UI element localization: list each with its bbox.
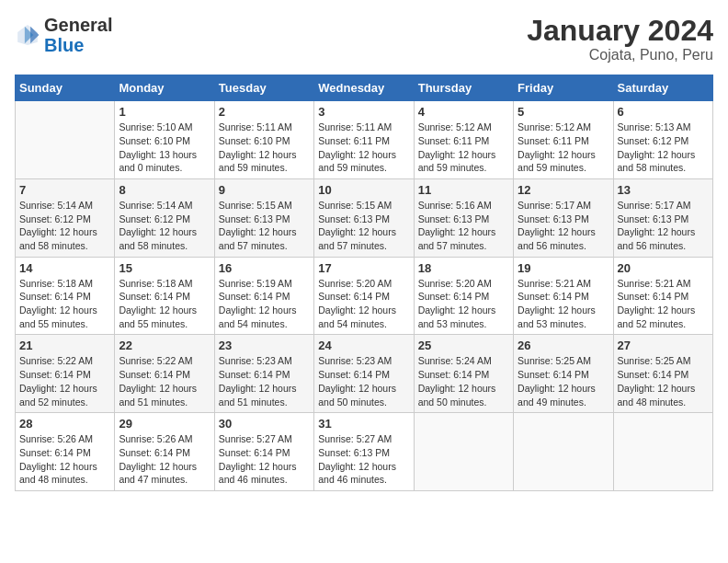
calendar-cell: 31Sunrise: 5:27 AM Sunset: 6:13 PM Dayli… — [314, 413, 414, 491]
calendar-week-row: 7Sunrise: 5:14 AM Sunset: 6:12 PM Daylig… — [16, 178, 713, 257]
calendar-cell: 4Sunrise: 5:12 AM Sunset: 6:11 PM Daylig… — [414, 101, 513, 179]
calendar-cell: 25Sunrise: 5:24 AM Sunset: 6:14 PM Dayli… — [414, 335, 513, 413]
day-number: 10 — [318, 183, 409, 197]
calendar-cell: 17Sunrise: 5:20 AM Sunset: 6:14 PM Dayli… — [314, 257, 414, 335]
day-number: 12 — [518, 183, 609, 197]
day-number: 14 — [19, 261, 110, 275]
day-number: 15 — [119, 261, 210, 275]
calendar-cell: 23Sunrise: 5:23 AM Sunset: 6:14 PM Dayli… — [214, 335, 313, 413]
logo-text: General Blue — [44, 15, 112, 55]
calendar-cell: 26Sunrise: 5:25 AM Sunset: 6:14 PM Dayli… — [514, 335, 613, 413]
day-number: 1 — [119, 105, 210, 119]
day-number: 27 — [618, 339, 709, 352]
logo: General Blue — [15, 15, 112, 55]
calendar-table: SundayMondayTuesdayWednesdayThursdayFrid… — [15, 75, 713, 491]
day-number: 3 — [318, 105, 409, 119]
col-header-tuesday: Tuesday — [214, 75, 313, 101]
day-number: 17 — [318, 261, 409, 275]
calendar-cell: 11Sunrise: 5:16 AM Sunset: 6:13 PM Dayli… — [414, 178, 513, 257]
day-number: 18 — [418, 261, 509, 275]
calendar-cell: 21Sunrise: 5:22 AM Sunset: 6:14 PM Dayli… — [16, 335, 115, 413]
page-header: General Blue January 2024 Cojata, Puno, … — [15, 15, 713, 63]
day-info: Sunrise: 5:19 AM Sunset: 6:14 PM Dayligh… — [219, 277, 310, 331]
day-info: Sunrise: 5:26 AM Sunset: 6:14 PM Dayligh… — [19, 432, 110, 487]
calendar-week-row: 21Sunrise: 5:22 AM Sunset: 6:14 PM Dayli… — [16, 335, 713, 413]
calendar-cell: 28Sunrise: 5:26 AM Sunset: 6:14 PM Dayli… — [16, 413, 115, 491]
day-number: 26 — [518, 339, 609, 352]
calendar-cell: 30Sunrise: 5:27 AM Sunset: 6:14 PM Dayli… — [214, 413, 313, 491]
logo-icon — [15, 22, 40, 48]
day-info: Sunrise: 5:23 AM Sunset: 6:14 PM Dayligh… — [318, 354, 409, 408]
day-number: 16 — [219, 261, 310, 275]
day-number: 30 — [219, 417, 310, 431]
day-info: Sunrise: 5:17 AM Sunset: 6:13 PM Dayligh… — [518, 199, 609, 253]
calendar-header: SundayMondayTuesdayWednesdayThursdayFrid… — [16, 75, 713, 101]
calendar-title: January 2024 — [527, 15, 713, 47]
day-number: 24 — [318, 339, 409, 352]
calendar-cell: 6Sunrise: 5:13 AM Sunset: 6:12 PM Daylig… — [613, 101, 712, 179]
col-header-thursday: Thursday — [414, 75, 513, 101]
day-info: Sunrise: 5:26 AM Sunset: 6:14 PM Dayligh… — [119, 432, 210, 487]
col-header-friday: Friday — [514, 75, 613, 101]
calendar-cell: 10Sunrise: 5:15 AM Sunset: 6:13 PM Dayli… — [314, 178, 414, 257]
calendar-cell: 14Sunrise: 5:18 AM Sunset: 6:14 PM Dayli… — [16, 257, 115, 335]
calendar-cell — [514, 413, 613, 491]
calendar-cell: 18Sunrise: 5:20 AM Sunset: 6:14 PM Dayli… — [414, 257, 513, 335]
calendar-cell: 16Sunrise: 5:19 AM Sunset: 6:14 PM Dayli… — [214, 257, 313, 335]
day-info: Sunrise: 5:21 AM Sunset: 6:14 PM Dayligh… — [618, 277, 709, 331]
day-info: Sunrise: 5:11 AM Sunset: 6:11 PM Dayligh… — [318, 121, 409, 175]
day-info: Sunrise: 5:18 AM Sunset: 6:14 PM Dayligh… — [119, 277, 210, 331]
day-info: Sunrise: 5:11 AM Sunset: 6:10 PM Dayligh… — [219, 121, 310, 175]
calendar-cell: 2Sunrise: 5:11 AM Sunset: 6:10 PM Daylig… — [214, 101, 313, 179]
day-info: Sunrise: 5:14 AM Sunset: 6:12 PM Dayligh… — [19, 199, 110, 253]
calendar-cell: 5Sunrise: 5:12 AM Sunset: 6:11 PM Daylig… — [514, 101, 613, 179]
day-info: Sunrise: 5:17 AM Sunset: 6:13 PM Dayligh… — [618, 199, 709, 253]
day-number: 7 — [19, 183, 110, 197]
day-info: Sunrise: 5:16 AM Sunset: 6:13 PM Dayligh… — [418, 199, 509, 253]
day-number: 28 — [19, 417, 110, 431]
day-number: 9 — [219, 183, 310, 197]
calendar-cell: 29Sunrise: 5:26 AM Sunset: 6:14 PM Dayli… — [115, 413, 214, 491]
day-info: Sunrise: 5:20 AM Sunset: 6:14 PM Dayligh… — [418, 277, 509, 331]
calendar-cell: 27Sunrise: 5:25 AM Sunset: 6:14 PM Dayli… — [613, 335, 712, 413]
day-info: Sunrise: 5:25 AM Sunset: 6:14 PM Dayligh… — [518, 354, 609, 408]
day-info: Sunrise: 5:12 AM Sunset: 6:11 PM Dayligh… — [418, 121, 509, 175]
day-number: 22 — [119, 339, 210, 352]
calendar-cell — [613, 413, 712, 491]
day-info: Sunrise: 5:24 AM Sunset: 6:14 PM Dayligh… — [418, 354, 509, 408]
day-number: 31 — [318, 417, 409, 431]
calendar-cell: 15Sunrise: 5:18 AM Sunset: 6:14 PM Dayli… — [115, 257, 214, 335]
day-info: Sunrise: 5:20 AM Sunset: 6:14 PM Dayligh… — [318, 277, 409, 331]
calendar-subtitle: Cojata, Puno, Peru — [527, 47, 713, 63]
calendar-cell: 8Sunrise: 5:14 AM Sunset: 6:12 PM Daylig… — [115, 178, 214, 257]
day-info: Sunrise: 5:15 AM Sunset: 6:13 PM Dayligh… — [219, 199, 310, 253]
day-info: Sunrise: 5:21 AM Sunset: 6:14 PM Dayligh… — [518, 277, 609, 331]
day-info: Sunrise: 5:27 AM Sunset: 6:13 PM Dayligh… — [318, 432, 409, 487]
calendar-cell: 22Sunrise: 5:22 AM Sunset: 6:14 PM Dayli… — [115, 335, 214, 413]
day-number: 11 — [418, 183, 509, 197]
calendar-week-row: 28Sunrise: 5:26 AM Sunset: 6:14 PM Dayli… — [16, 413, 713, 491]
day-info: Sunrise: 5:14 AM Sunset: 6:12 PM Dayligh… — [119, 199, 210, 253]
calendar-cell: 20Sunrise: 5:21 AM Sunset: 6:14 PM Dayli… — [613, 257, 712, 335]
calendar-cell: 12Sunrise: 5:17 AM Sunset: 6:13 PM Dayli… — [514, 178, 613, 257]
day-number: 21 — [19, 339, 110, 352]
title-area: January 2024 Cojata, Puno, Peru — [527, 15, 713, 63]
logo-general: General — [44, 15, 112, 35]
col-header-sunday: Sunday — [16, 75, 115, 101]
calendar-cell: 1Sunrise: 5:10 AM Sunset: 6:10 PM Daylig… — [115, 101, 214, 179]
col-header-monday: Monday — [115, 75, 214, 101]
col-header-wednesday: Wednesday — [314, 75, 414, 101]
day-number: 5 — [518, 105, 609, 119]
calendar-cell — [16, 101, 115, 179]
calendar-cell: 7Sunrise: 5:14 AM Sunset: 6:12 PM Daylig… — [16, 178, 115, 257]
day-info: Sunrise: 5:10 AM Sunset: 6:10 PM Dayligh… — [119, 121, 210, 175]
calendar-cell: 9Sunrise: 5:15 AM Sunset: 6:13 PM Daylig… — [214, 178, 313, 257]
calendar-week-row: 1Sunrise: 5:10 AM Sunset: 6:10 PM Daylig… — [16, 101, 713, 179]
day-number: 8 — [119, 183, 210, 197]
calendar-cell — [414, 413, 513, 491]
calendar-cell: 13Sunrise: 5:17 AM Sunset: 6:13 PM Dayli… — [613, 178, 712, 257]
day-number: 13 — [618, 183, 709, 197]
day-number: 25 — [418, 339, 509, 352]
day-info: Sunrise: 5:15 AM Sunset: 6:13 PM Dayligh… — [318, 199, 409, 253]
day-info: Sunrise: 5:22 AM Sunset: 6:14 PM Dayligh… — [19, 354, 110, 408]
